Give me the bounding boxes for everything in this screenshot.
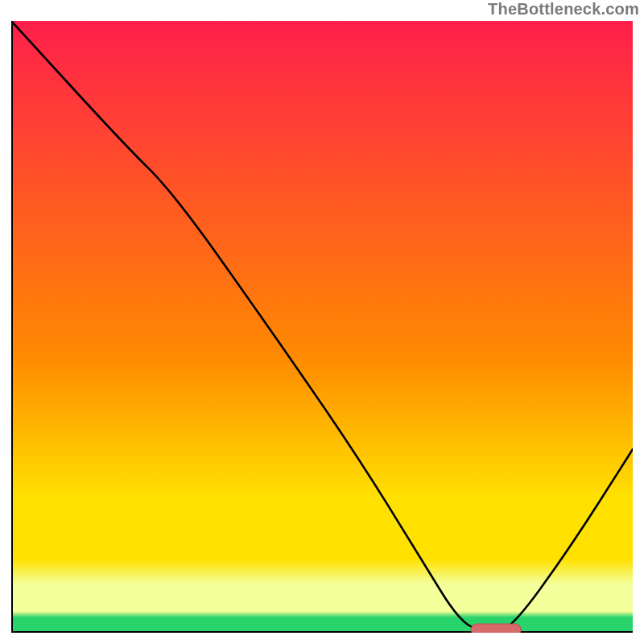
watermark-text: TheBottleneck.com: [488, 0, 639, 19]
chart-svg: [11, 21, 633, 633]
optimal-range-marker: [471, 624, 521, 633]
svg-rect-0: [11, 21, 633, 633]
chart-area: [11, 21, 633, 633]
